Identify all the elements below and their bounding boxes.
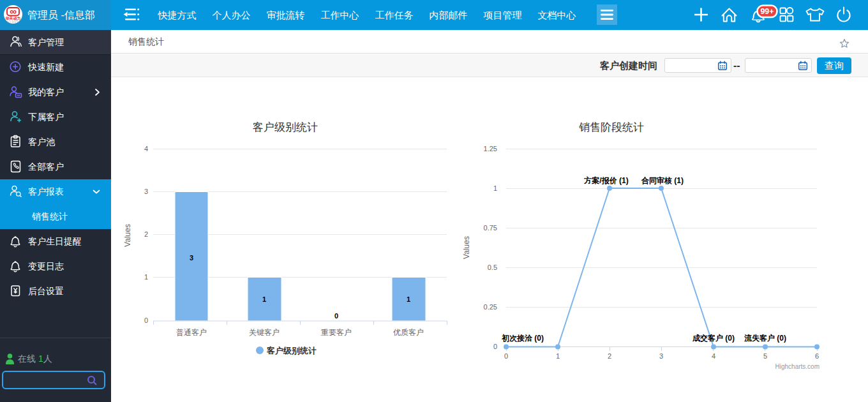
svg-text:1.25: 1.25: [484, 145, 497, 153]
svg-text:4: 4: [144, 145, 148, 153]
svg-text:POWER: POWER: [7, 21, 19, 24]
svg-text:0: 0: [144, 316, 148, 324]
svg-text:0: 0: [493, 343, 497, 350]
svg-text:Values: Values: [462, 236, 471, 259]
svg-text:3: 3: [659, 352, 663, 360]
svg-text:销售阶段统计: 销售阶段统计: [579, 121, 644, 133]
svg-text:合同审核 (1): 合同审核 (1): [641, 176, 684, 185]
svg-text:0: 0: [504, 352, 508, 360]
svg-text:1: 1: [556, 352, 560, 360]
svg-text:5: 5: [763, 352, 767, 360]
svg-text:优质客户: 优质客户: [393, 328, 424, 337]
svg-text:关键客户: 关键客户: [249, 328, 280, 337]
svg-text:2: 2: [144, 230, 148, 238]
svg-text:4: 4: [712, 352, 715, 360]
svg-text:成交客户 (0): 成交客户 (0): [692, 334, 735, 343]
svg-text:Values: Values: [123, 224, 132, 247]
svg-text:3: 3: [144, 188, 148, 195]
svg-text:1: 1: [262, 295, 266, 303]
svg-text:普通客户: 普通客户: [176, 328, 207, 337]
svg-text:2: 2: [608, 352, 611, 360]
svg-text:0: 0: [334, 312, 338, 320]
svg-text:0.5: 0.5: [488, 264, 497, 271]
svg-text:方案/报价 (1): 方案/报价 (1): [583, 176, 628, 185]
svg-text:6: 6: [815, 352, 819, 360]
svg-text:0.75: 0.75: [484, 224, 497, 232]
svg-text:99+: 99+: [760, 7, 774, 16]
svg-text:Highcharts.com: Highcharts.com: [775, 363, 819, 370]
svg-text:客户级别统计: 客户级别统计: [253, 121, 318, 133]
svg-text:重要客户: 重要客户: [321, 328, 352, 337]
svg-text:0.25: 0.25: [484, 303, 497, 311]
svg-text:3: 3: [190, 254, 193, 262]
svg-text:流失客户 (0): 流失客户 (0): [744, 334, 786, 343]
svg-text:1: 1: [407, 295, 410, 303]
svg-text:客户级别统计: 客户级别统计: [266, 346, 317, 355]
svg-text:1: 1: [493, 184, 497, 192]
svg-text:初次接洽 (0): 初次接洽 (0): [501, 334, 544, 343]
svg-text:1: 1: [144, 273, 148, 281]
svg-text:华天动力: 华天动力: [5, 16, 21, 20]
svg-text:∞: ∞: [10, 6, 17, 17]
